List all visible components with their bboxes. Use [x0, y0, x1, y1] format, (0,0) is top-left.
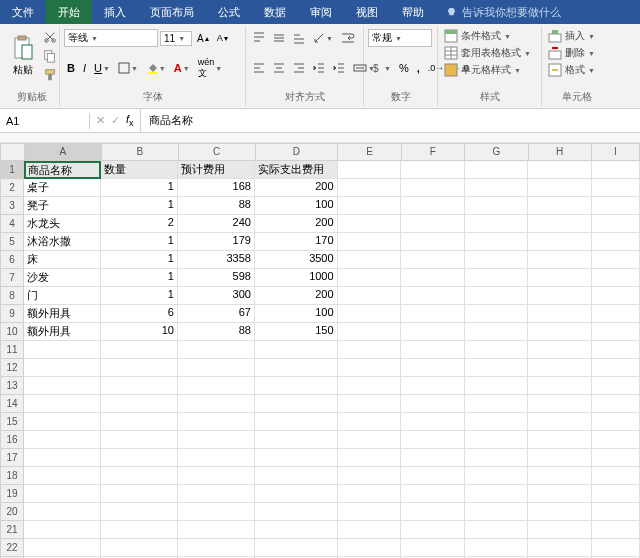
cell[interactable]: 1000 — [255, 269, 338, 287]
cell[interactable]: 300 — [178, 287, 255, 305]
cell[interactable] — [592, 341, 640, 359]
cell[interactable] — [338, 521, 402, 539]
bold-button[interactable]: B — [64, 60, 78, 76]
cell[interactable] — [24, 359, 101, 377]
cell[interactable]: 1 — [101, 197, 178, 215]
cell[interactable] — [178, 413, 255, 431]
cell[interactable] — [528, 179, 592, 197]
cell[interactable] — [465, 305, 529, 323]
row-header[interactable]: 18 — [0, 467, 24, 485]
format-table-button[interactable]: 套用表格格式▼ — [442, 45, 537, 61]
cell[interactable] — [401, 359, 465, 377]
cell[interactable] — [401, 323, 465, 341]
cell[interactable] — [401, 449, 465, 467]
cell[interactable]: 88 — [178, 197, 255, 215]
cell[interactable] — [255, 467, 338, 485]
cell[interactable] — [592, 395, 640, 413]
tab-formulas[interactable]: 公式 — [206, 0, 252, 24]
cell[interactable] — [255, 503, 338, 521]
fx-button[interactable]: fx — [126, 113, 134, 128]
cell[interactable] — [528, 467, 592, 485]
cell[interactable] — [338, 467, 402, 485]
cell[interactable] — [528, 359, 592, 377]
cell[interactable] — [528, 305, 592, 323]
cell[interactable] — [101, 341, 178, 359]
cell[interactable] — [338, 413, 402, 431]
cell[interactable] — [401, 503, 465, 521]
row-header[interactable]: 3 — [0, 197, 24, 215]
cell[interactable] — [465, 323, 529, 341]
cell[interactable] — [592, 521, 640, 539]
cell[interactable] — [465, 539, 529, 557]
cell[interactable] — [528, 215, 592, 233]
cell[interactable] — [592, 269, 640, 287]
cell[interactable] — [592, 413, 640, 431]
row-header[interactable]: 5 — [0, 233, 24, 251]
cell[interactable] — [528, 161, 592, 179]
tab-help[interactable]: 帮助 — [390, 0, 436, 24]
cell[interactable] — [528, 485, 592, 503]
cell[interactable] — [24, 503, 101, 521]
cell[interactable] — [528, 503, 592, 521]
column-header[interactable]: A — [25, 143, 102, 161]
cell[interactable]: 168 — [178, 179, 255, 197]
cell[interactable] — [401, 539, 465, 557]
row-header[interactable]: 1 — [0, 161, 24, 179]
cell[interactable] — [465, 377, 529, 395]
cell[interactable] — [592, 431, 640, 449]
cell[interactable]: 1 — [101, 233, 178, 251]
cell[interactable] — [178, 485, 255, 503]
cell[interactable] — [528, 233, 592, 251]
cell[interactable]: 数量 — [101, 161, 178, 179]
cell[interactable]: 3500 — [255, 251, 338, 269]
cell[interactable] — [24, 341, 101, 359]
cell[interactable] — [592, 323, 640, 341]
cell[interactable] — [592, 377, 640, 395]
cell[interactable] — [465, 161, 529, 179]
cell[interactable] — [465, 179, 529, 197]
cell[interactable]: 1 — [101, 251, 178, 269]
cell[interactable] — [592, 467, 640, 485]
cell[interactable]: 100 — [255, 197, 338, 215]
cell[interactable] — [178, 341, 255, 359]
cell[interactable] — [338, 251, 402, 269]
cell[interactable] — [255, 539, 338, 557]
cell[interactable] — [592, 179, 640, 197]
cell[interactable]: 170 — [255, 233, 338, 251]
cell[interactable] — [465, 449, 529, 467]
cell[interactable] — [528, 287, 592, 305]
cell[interactable] — [338, 161, 402, 179]
cell[interactable]: 2 — [101, 215, 178, 233]
cell[interactable]: 200 — [255, 179, 338, 197]
cell[interactable] — [465, 215, 529, 233]
cell[interactable] — [465, 413, 529, 431]
cell[interactable]: 实际支出费用 — [255, 161, 338, 179]
cell[interactable] — [592, 233, 640, 251]
column-header[interactable]: H — [529, 143, 592, 161]
name-box[interactable]: A1 — [0, 113, 90, 129]
align-bottom-button[interactable] — [290, 30, 308, 46]
cell[interactable]: 200 — [255, 215, 338, 233]
row-header[interactable]: 17 — [0, 449, 24, 467]
cut-button[interactable] — [40, 28, 60, 46]
cell[interactable] — [24, 377, 101, 395]
cell[interactable] — [528, 341, 592, 359]
cell[interactable] — [178, 431, 255, 449]
cell[interactable] — [255, 359, 338, 377]
cell[interactable] — [401, 467, 465, 485]
delete-cells-button[interactable]: 删除▼ — [546, 45, 608, 61]
column-header[interactable]: G — [465, 143, 528, 161]
column-header[interactable]: I — [592, 143, 640, 161]
cell[interactable] — [255, 341, 338, 359]
cell[interactable] — [338, 485, 402, 503]
cell[interactable] — [528, 449, 592, 467]
cell[interactable] — [592, 359, 640, 377]
increase-indent-button[interactable] — [330, 60, 348, 76]
underline-button[interactable]: U▼ — [91, 60, 113, 76]
tell-me-search[interactable]: 告诉我你想要做什么 — [446, 0, 561, 24]
insert-cells-button[interactable]: 插入▼ — [546, 28, 608, 44]
cell[interactable] — [465, 233, 529, 251]
cell[interactable] — [401, 341, 465, 359]
cell[interactable] — [338, 215, 402, 233]
cell[interactable] — [528, 269, 592, 287]
